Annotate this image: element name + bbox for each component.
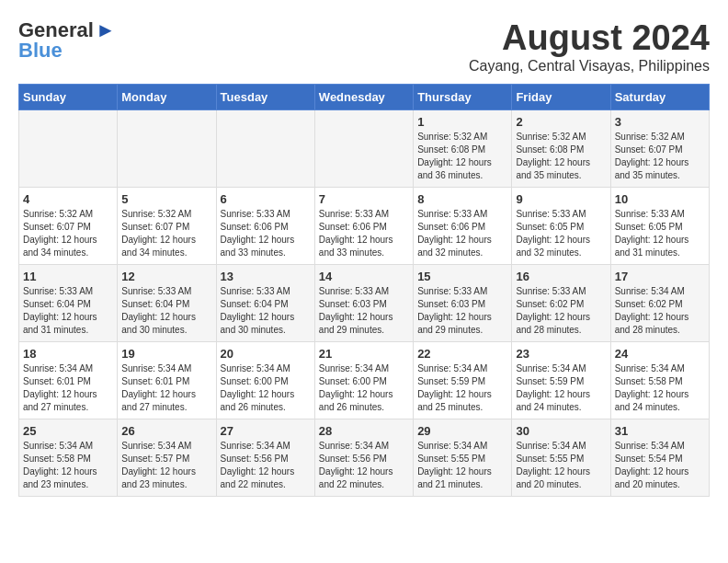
day-number: 23 — [516, 347, 606, 361]
day-info-text: Sunrise: 5:34 AM Sunset: 6:01 PM Dayligh… — [121, 362, 211, 414]
day-info-text: Sunrise: 5:32 AM Sunset: 6:08 PM Dayligh… — [516, 131, 606, 182]
day-number: 14 — [319, 270, 409, 283]
calendar-day-cell: 15Sunrise: 5:33 AM Sunset: 6:03 PM Dayli… — [414, 265, 512, 342]
day-number: 10 — [615, 192, 705, 206]
day-info-text: Sunrise: 5:33 AM Sunset: 6:02 PM Dayligh… — [516, 285, 606, 337]
calendar-day-cell: 24Sunrise: 5:34 AM Sunset: 5:58 PM Dayli… — [610, 342, 709, 419]
day-number: 1 — [417, 115, 507, 129]
day-info-text: Sunrise: 5:33 AM Sunset: 6:06 PM Dayligh… — [417, 208, 507, 259]
day-number: 5 — [121, 192, 211, 206]
calendar-day-cell: 11Sunrise: 5:33 AM Sunset: 6:04 PM Dayli… — [19, 265, 118, 342]
month-year-title: August 2024 — [469, 18, 710, 58]
day-info-text: Sunrise: 5:34 AM Sunset: 5:59 PM Dayligh… — [417, 362, 507, 414]
day-number: 12 — [121, 270, 211, 283]
calendar-day-cell: 20Sunrise: 5:34 AM Sunset: 6:00 PM Dayli… — [216, 342, 314, 419]
day-number: 29 — [417, 424, 507, 438]
day-number: 9 — [516, 192, 606, 206]
day-info-text: Sunrise: 5:34 AM Sunset: 5:55 PM Dayligh… — [417, 440, 507, 491]
calendar-day-cell: 9Sunrise: 5:33 AM Sunset: 6:05 PM Daylig… — [512, 188, 610, 265]
logo-blue-text: Blue — [18, 39, 63, 63]
day-number: 24 — [615, 347, 705, 361]
calendar-day-cell: 29Sunrise: 5:34 AM Sunset: 5:55 PM Dayli… — [414, 419, 512, 497]
calendar-day-cell: 4Sunrise: 5:32 AM Sunset: 6:07 PM Daylig… — [19, 188, 118, 265]
day-info-text: Sunrise: 5:33 AM Sunset: 6:06 PM Dayligh… — [221, 208, 311, 259]
day-number: 2 — [516, 115, 606, 129]
calendar-day-cell: 18Sunrise: 5:34 AM Sunset: 6:01 PM Dayli… — [19, 342, 118, 419]
day-number: 17 — [615, 270, 705, 283]
day-info-text: Sunrise: 5:34 AM Sunset: 5:58 PM Dayligh… — [23, 440, 113, 491]
day-info-text: Sunrise: 5:34 AM Sunset: 5:57 PM Dayligh… — [121, 440, 211, 491]
calendar-day-cell: 2Sunrise: 5:32 AM Sunset: 6:08 PM Daylig… — [512, 110, 610, 188]
calendar-day-cell: 12Sunrise: 5:33 AM Sunset: 6:04 PM Dayli… — [118, 265, 216, 342]
day-number: 8 — [417, 192, 507, 206]
day-info-text: Sunrise: 5:34 AM Sunset: 6:02 PM Dayligh… — [615, 285, 705, 337]
calendar-day-cell: 10Sunrise: 5:33 AM Sunset: 6:05 PM Dayli… — [610, 188, 709, 265]
calendar-day-cell: 30Sunrise: 5:34 AM Sunset: 5:55 PM Dayli… — [512, 419, 610, 497]
day-number: 20 — [221, 347, 311, 361]
day-number: 6 — [221, 192, 311, 206]
calendar-day-cell: 5Sunrise: 5:32 AM Sunset: 6:07 PM Daylig… — [118, 188, 216, 265]
day-number: 28 — [319, 424, 409, 438]
calendar-week-row: 4Sunrise: 5:32 AM Sunset: 6:07 PM Daylig… — [19, 188, 710, 265]
calendar-day-cell: 23Sunrise: 5:34 AM Sunset: 5:59 PM Dayli… — [512, 342, 610, 419]
day-info-text: Sunrise: 5:34 AM Sunset: 6:01 PM Dayligh… — [23, 362, 113, 414]
day-number: 7 — [319, 192, 409, 206]
calendar-day-cell: 31Sunrise: 5:34 AM Sunset: 5:54 PM Dayli… — [610, 419, 709, 497]
calendar-day-cell — [314, 110, 413, 188]
calendar-day-cell: 14Sunrise: 5:33 AM Sunset: 6:03 PM Dayli… — [314, 265, 413, 342]
calendar-day-cell: 28Sunrise: 5:34 AM Sunset: 5:56 PM Dayli… — [314, 419, 413, 497]
calendar-day-cell: 13Sunrise: 5:33 AM Sunset: 6:04 PM Dayli… — [216, 265, 314, 342]
logo: General ► Blue — [18, 18, 116, 63]
calendar-day-cell: 25Sunrise: 5:34 AM Sunset: 5:58 PM Dayli… — [19, 419, 118, 497]
day-number: 19 — [121, 347, 211, 361]
day-info-text: Sunrise: 5:34 AM Sunset: 5:56 PM Dayligh… — [319, 440, 409, 491]
header: General ► Blue August 2024 Cayang, Centr… — [18, 18, 710, 75]
day-info-text: Sunrise: 5:32 AM Sunset: 6:07 PM Dayligh… — [23, 208, 113, 259]
day-of-week-header: Friday — [512, 85, 610, 110]
day-info-text: Sunrise: 5:33 AM Sunset: 6:04 PM Dayligh… — [121, 285, 211, 337]
day-info-text: Sunrise: 5:33 AM Sunset: 6:03 PM Dayligh… — [417, 285, 507, 337]
day-of-week-header: Wednesday — [314, 85, 413, 110]
calendar-day-cell: 26Sunrise: 5:34 AM Sunset: 5:57 PM Dayli… — [118, 419, 216, 497]
day-info-text: Sunrise: 5:33 AM Sunset: 6:04 PM Dayligh… — [221, 285, 311, 337]
calendar-day-cell — [118, 110, 216, 188]
calendar-day-cell: 17Sunrise: 5:34 AM Sunset: 6:02 PM Dayli… — [610, 265, 709, 342]
day-number: 11 — [23, 270, 113, 283]
calendar-week-row: 1Sunrise: 5:32 AM Sunset: 6:08 PM Daylig… — [19, 110, 710, 188]
day-info-text: Sunrise: 5:33 AM Sunset: 6:03 PM Dayligh… — [319, 285, 409, 337]
day-of-week-header: Sunday — [19, 85, 118, 110]
day-info-text: Sunrise: 5:32 AM Sunset: 6:07 PM Dayligh… — [121, 208, 211, 259]
day-number: 25 — [23, 424, 113, 438]
calendar-day-cell: 16Sunrise: 5:33 AM Sunset: 6:02 PM Dayli… — [512, 265, 610, 342]
day-info-text: Sunrise: 5:32 AM Sunset: 6:07 PM Dayligh… — [615, 131, 705, 182]
day-of-week-header: Saturday — [610, 85, 709, 110]
day-info-text: Sunrise: 5:33 AM Sunset: 6:06 PM Dayligh… — [319, 208, 409, 259]
day-number: 18 — [23, 347, 113, 361]
day-info-text: Sunrise: 5:34 AM Sunset: 5:58 PM Dayligh… — [615, 362, 705, 414]
day-of-week-header: Tuesday — [216, 85, 314, 110]
calendar-week-row: 18Sunrise: 5:34 AM Sunset: 6:01 PM Dayli… — [19, 342, 710, 419]
day-number: 27 — [221, 424, 311, 438]
day-info-text: Sunrise: 5:34 AM Sunset: 6:00 PM Dayligh… — [319, 362, 409, 414]
calendar-day-cell — [19, 110, 118, 188]
calendar-day-cell: 3Sunrise: 5:32 AM Sunset: 6:07 PM Daylig… — [610, 110, 709, 188]
title-section: August 2024 Cayang, Central Visayas, Phi… — [469, 18, 710, 75]
day-info-text: Sunrise: 5:33 AM Sunset: 6:04 PM Dayligh… — [23, 285, 113, 337]
calendar-week-row: 11Sunrise: 5:33 AM Sunset: 6:04 PM Dayli… — [19, 265, 710, 342]
location-subtitle: Cayang, Central Visayas, Philippines — [469, 58, 710, 75]
calendar-day-cell: 22Sunrise: 5:34 AM Sunset: 5:59 PM Dayli… — [414, 342, 512, 419]
calendar-day-cell: 21Sunrise: 5:34 AM Sunset: 6:00 PM Dayli… — [314, 342, 413, 419]
day-info-text: Sunrise: 5:34 AM Sunset: 5:59 PM Dayligh… — [516, 362, 606, 414]
calendar-day-cell: 27Sunrise: 5:34 AM Sunset: 5:56 PM Dayli… — [216, 419, 314, 497]
day-number: 26 — [121, 424, 211, 438]
day-number: 3 — [615, 115, 705, 129]
calendar-day-cell: 8Sunrise: 5:33 AM Sunset: 6:06 PM Daylig… — [414, 188, 512, 265]
day-info-text: Sunrise: 5:34 AM Sunset: 5:55 PM Dayligh… — [516, 440, 606, 491]
calendar-header-row: SundayMondayTuesdayWednesdayThursdayFrid… — [19, 85, 710, 110]
day-info-text: Sunrise: 5:34 AM Sunset: 5:56 PM Dayligh… — [221, 440, 311, 491]
calendar-day-cell: 1Sunrise: 5:32 AM Sunset: 6:08 PM Daylig… — [414, 110, 512, 188]
day-number: 13 — [221, 270, 311, 283]
day-of-week-header: Monday — [118, 85, 216, 110]
calendar-day-cell — [216, 110, 314, 188]
day-number: 31 — [615, 424, 705, 438]
